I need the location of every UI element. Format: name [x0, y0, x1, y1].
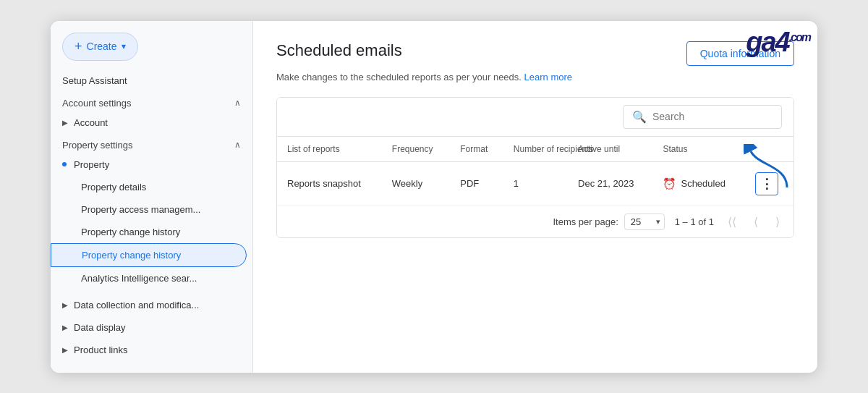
subtitle: Make changes to the scheduled reports as… — [276, 72, 794, 83]
status-text: Scheduled — [681, 178, 725, 189]
clock-icon: ⏰ — [663, 177, 676, 190]
create-button[interactable]: + Create ▾ — [62, 33, 138, 61]
sidebar-item-property-details[interactable]: Property details — [51, 176, 247, 198]
page-title: Scheduled emails — [276, 41, 402, 60]
col-status: Status — [652, 137, 745, 162]
sidebar: + Create ▾ Setup Assistant Account setti… — [51, 21, 253, 373]
create-label: Create — [87, 41, 117, 52]
col-format: Format — [450, 137, 503, 162]
sidebar-item-data-collection[interactable]: ▶ Data collection and modifica... — [51, 294, 247, 316]
cell-recipients: 1 — [503, 161, 568, 206]
product-links-label: Product links — [74, 345, 127, 355]
collapse-icon-property: ∧ — [234, 140, 241, 150]
account-settings-section[interactable]: Account settings ∧ — [51, 92, 252, 111]
main-content: Scheduled emails Quota information Make … — [253, 21, 817, 373]
expand-icon-dd: ▶ — [62, 324, 68, 331]
app-window: ga4.com + Create ▾ Setup Assistant Accou… — [51, 21, 817, 373]
first-page-button[interactable]: ⟨⟨ — [724, 214, 740, 230]
cell-active-until: Dec 21, 2023 — [568, 161, 652, 206]
col-active-until: Active until — [568, 137, 652, 162]
reports-table-container: 🔍 List of reports Frequen­cy Format Numb… — [276, 97, 794, 238]
cell-more-actions: ⋮ — [745, 161, 793, 206]
property-settings-section[interactable]: Property settings ∧ — [51, 134, 252, 153]
sidebar-item-scheduled-emails[interactable]: Property change history — [51, 243, 247, 267]
col-list-of-reports: List of reports — [277, 137, 382, 162]
cell-list-of-reports: Reports snapshot — [277, 161, 382, 206]
sidebar-item-analytics-intelligence[interactable]: Analytics Intelligence sear... — [51, 267, 247, 290]
items-per-page-label: Items per page: — [553, 216, 618, 227]
data-display-label: Data display — [74, 322, 126, 333]
cell-format: PDF — [450, 161, 503, 206]
cell-frequency: Weekly — [382, 161, 450, 206]
next-page-button[interactable]: ⟩ — [772, 214, 783, 230]
bullet-icon — [62, 162, 67, 166]
more-actions-button[interactable]: ⋮ — [755, 172, 778, 195]
account-label: Account — [74, 117, 108, 128]
search-row: 🔍 — [277, 98, 793, 137]
plus-icon: + — [75, 39, 82, 54]
pagination-row: Items per page: 25 50 100 1 – 1 of 1 ⟨⟨ … — [277, 206, 793, 237]
expand-icon-pl: ▶ — [62, 346, 68, 354]
col-actions — [745, 137, 793, 162]
vertical-dots-icon: ⋮ — [760, 176, 773, 192]
learn-more-link[interactable]: Learn more — [524, 72, 572, 83]
setup-assistant-item[interactable]: Setup Assistant — [51, 72, 252, 92]
chevron-down-icon: ▾ — [122, 41, 126, 51]
subtitle-text: Make changes to the scheduled reports as… — [276, 72, 522, 83]
account-settings-label: Account settings — [62, 98, 131, 109]
page-header: Scheduled emails Quota information — [276, 41, 794, 66]
table-row: Reports snapshot Weekly PDF 1 Dec 21, 20… — [277, 161, 793, 206]
data-collection-label: Data collection and modifica... — [74, 300, 199, 310]
cell-status: ⏰ Scheduled — [652, 161, 745, 206]
col-frequency: Frequen­cy — [382, 137, 450, 162]
sidebar-item-data-display[interactable]: ▶ Data display — [51, 316, 247, 339]
table-header-row: List of reports Frequen­cy Format Number… — [277, 137, 793, 162]
scheduled-emails-label: Property change history — [82, 250, 181, 261]
items-per-page: Items per page: 25 50 100 — [553, 214, 664, 230]
expand-icon-dc: ▶ — [62, 301, 68, 309]
sidebar-item-product-links[interactable]: ▶ Product links — [51, 339, 247, 361]
collapse-icon: ∧ — [234, 98, 241, 108]
page-info: 1 – 1 of 1 — [675, 216, 714, 227]
search-box: 🔍 — [623, 105, 782, 129]
sidebar-item-account[interactable]: ▶ Account — [51, 111, 247, 134]
search-icon: 🔍 — [632, 110, 647, 124]
property-settings-label: Property settings — [62, 140, 133, 151]
reports-table: List of reports Frequen­cy Format Number… — [277, 137, 793, 206]
prev-page-button[interactable]: ⟨ — [750, 214, 762, 230]
sidebar-item-property-change-history[interactable]: Property change history — [51, 221, 247, 243]
ga4-logo: ga4.com — [746, 28, 810, 56]
items-per-page-select[interactable]: 25 50 100 — [624, 214, 665, 230]
expand-icon: ▶ — [62, 119, 68, 127]
property-label: Property — [74, 159, 109, 170]
search-input[interactable] — [652, 111, 773, 122]
sidebar-item-property[interactable]: Property — [51, 153, 247, 176]
col-recipients: Number of recipients — [503, 137, 568, 162]
sidebar-item-property-access[interactable]: Property access managem... — [51, 198, 247, 221]
